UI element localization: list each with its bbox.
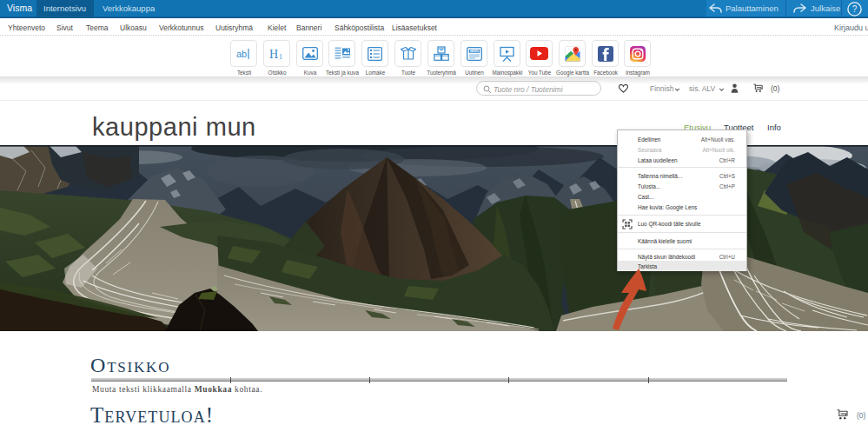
svg-text:H: H xyxy=(269,48,278,61)
svg-text:ab: ab xyxy=(236,49,247,59)
svg-text:1: 1 xyxy=(279,53,282,61)
svg-text:?: ? xyxy=(852,4,858,14)
svg-text:NEWS: NEWS xyxy=(469,50,479,53)
